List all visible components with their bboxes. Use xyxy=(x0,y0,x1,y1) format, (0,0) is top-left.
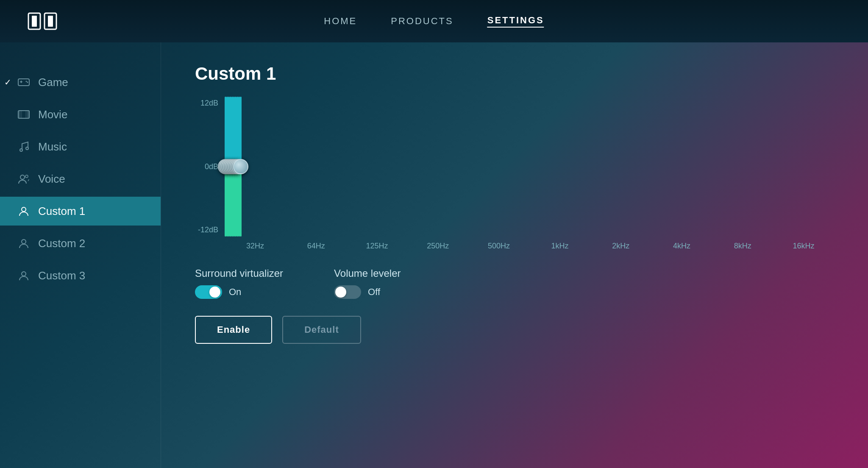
sidebar-label-custom1: Custom 1 xyxy=(38,205,85,218)
eq-band-16kHz[interactable] xyxy=(240,97,242,237)
default-button[interactable]: Default xyxy=(282,316,361,344)
buttons-row: Enable Default xyxy=(195,316,834,344)
eq-track-16kHz[interactable] xyxy=(240,97,242,237)
enable-button[interactable]: Enable xyxy=(195,316,272,344)
eq-freq-label-2kHz: 2kHz xyxy=(590,242,651,251)
svg-rect-10 xyxy=(18,111,20,118)
surround-virtualizer-knob xyxy=(209,287,220,298)
svg-point-14 xyxy=(20,149,22,151)
db-label-0: 0dB xyxy=(195,162,218,171)
db-label-minus12: -12dB xyxy=(195,226,218,234)
svg-point-17 xyxy=(25,175,28,178)
eq-freq-label-32Hz: 32Hz xyxy=(225,242,286,251)
sidebar-item-game[interactable]: ✓ Game xyxy=(0,68,161,97)
volume-leveler-toggle-row: Off xyxy=(334,285,401,299)
main-nav: HOME PRODUCTS SETTINGS xyxy=(324,15,544,28)
checkmark-icon: ✓ xyxy=(4,77,11,87)
main-layout: ✓ Game xyxy=(0,42,868,468)
sidebar-item-movie[interactable]: Movie xyxy=(0,100,161,129)
custom3-icon xyxy=(17,269,31,282)
sidebar-label-voice: Voice xyxy=(38,173,65,186)
movie-icon xyxy=(17,108,31,121)
svg-point-16 xyxy=(20,175,25,179)
svg-rect-6 xyxy=(21,81,22,83)
header: HOME PRODUCTS SETTINGS xyxy=(0,0,868,42)
svg-rect-3 xyxy=(48,16,53,27)
volume-leveler-label: Volume leveler xyxy=(334,267,401,279)
sidebar-label-custom2: Custom 2 xyxy=(38,237,85,250)
eq-sliders xyxy=(225,97,242,237)
svg-point-19 xyxy=(22,240,26,244)
content-area: Custom 1 12dB 0dB -12dB 32Hz64Hz125Hz250… xyxy=(161,42,868,468)
sidebar-label-custom3: Custom 3 xyxy=(38,269,85,282)
sidebar-label-movie: Movie xyxy=(38,108,67,121)
custom2-icon xyxy=(17,237,31,250)
eq-freq-label-4kHz: 4kHz xyxy=(651,242,712,251)
surround-virtualizer-state: On xyxy=(229,287,241,298)
volume-leveler-toggle[interactable] xyxy=(334,285,361,299)
eq-freq-label-125Hz: 125Hz xyxy=(347,242,408,251)
surround-virtualizer-toggle[interactable] xyxy=(195,285,222,299)
voice-icon xyxy=(17,172,31,186)
eq-freq-label-16kHz: 16kHz xyxy=(773,242,834,251)
eq-section: 12dB 0dB -12dB 32Hz64Hz125Hz250Hz500Hz1k… xyxy=(195,97,834,251)
sidebar-item-custom2[interactable]: Custom 2 xyxy=(0,229,161,258)
surround-virtualizer-label: Surround virtualizer xyxy=(195,267,283,279)
svg-rect-1 xyxy=(32,16,37,27)
nav-settings[interactable]: SETTINGS xyxy=(487,15,544,28)
sidebar-item-custom3[interactable]: Custom 3 xyxy=(0,261,161,290)
sidebar-item-voice[interactable]: Voice xyxy=(0,164,161,193)
eq-thumb-16kHz[interactable] xyxy=(233,159,248,174)
volume-leveler-state: Off xyxy=(368,287,380,298)
surround-virtualizer-toggle-row: On xyxy=(195,285,283,299)
nav-home[interactable]: HOME xyxy=(324,16,357,27)
eq-freq-label-250Hz: 250Hz xyxy=(407,242,468,251)
db-label-12: 12dB xyxy=(195,99,218,108)
sidebar-item-music[interactable]: Music xyxy=(0,132,161,161)
eq-freq-label-500Hz: 500Hz xyxy=(468,242,529,251)
sidebar-label-music: Music xyxy=(38,140,67,153)
game-icon xyxy=(17,75,31,89)
svg-rect-12 xyxy=(21,111,22,118)
sidebar-item-custom1[interactable]: Custom 1 xyxy=(0,197,161,226)
svg-point-8 xyxy=(27,82,28,83)
eq-freq-label-1kHz: 1kHz xyxy=(529,242,590,251)
eq-db-labels: 12dB 0dB -12dB xyxy=(195,97,218,237)
music-icon xyxy=(17,140,31,153)
nav-products[interactable]: PRODUCTS xyxy=(391,16,453,27)
svg-point-18 xyxy=(22,207,26,212)
surround-virtualizer-group: Surround virtualizer On xyxy=(195,267,283,299)
svg-point-20 xyxy=(22,272,26,276)
eq-freq-labels: 32Hz64Hz125Hz250Hz500Hz1kHz2kHz4kHz8kHz1… xyxy=(225,242,834,251)
sidebar: ✓ Game xyxy=(0,42,161,468)
page-title: Custom 1 xyxy=(195,64,834,84)
sidebar-label-game: Game xyxy=(38,76,68,89)
volume-leveler-knob xyxy=(335,287,346,298)
logo xyxy=(25,11,59,32)
svg-rect-11 xyxy=(27,111,29,118)
controls-row: Surround virtualizer On Volume leveler O… xyxy=(195,267,834,299)
custom1-icon xyxy=(17,204,31,218)
svg-point-15 xyxy=(26,147,28,150)
svg-rect-13 xyxy=(25,111,27,118)
volume-leveler-group: Volume leveler Off xyxy=(334,267,401,299)
eq-freq-label-64Hz: 64Hz xyxy=(286,242,347,251)
eq-freq-label-8kHz: 8kHz xyxy=(712,242,773,251)
svg-point-7 xyxy=(26,81,27,82)
